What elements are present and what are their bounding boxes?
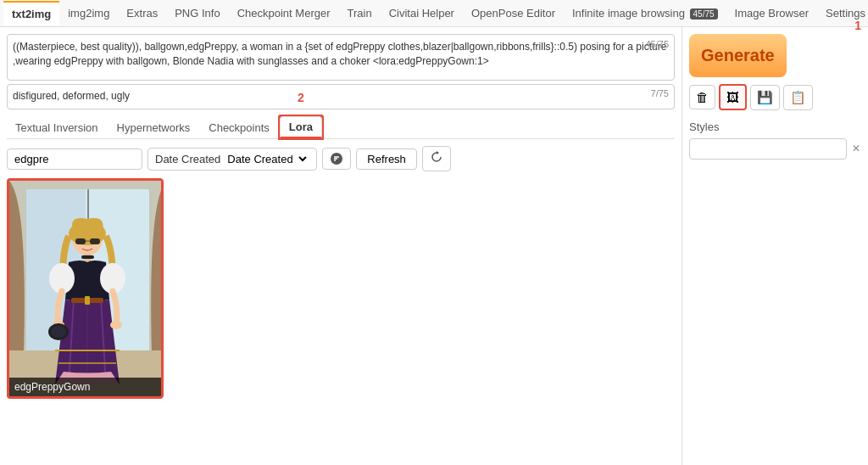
sub-tabs: Textual Inversion Hypernetworks Checkpoi…: [7, 116, 675, 139]
positive-prompt-counter: 45/75: [645, 38, 669, 51]
svg-rect-9: [90, 238, 100, 244]
iib-counter-badge: 45/75: [690, 8, 718, 20]
left-panel: ((Masterpiece, best quality)), ballgown,…: [0, 27, 682, 465]
search-row: Date Created Date Created Date Modified …: [7, 146, 675, 171]
tab-checkpoint-merger[interactable]: Checkpoint Merger: [229, 2, 339, 25]
svg-point-20: [51, 326, 66, 338]
subtab-hypernetworks[interactable]: Hypernetworks: [108, 118, 199, 137]
negative-prompt-area: disfigured, deformed, ugly 7/75: [7, 84, 675, 109]
subtab-textual-inversion[interactable]: Textual Inversion: [7, 118, 107, 137]
loop-button[interactable]: [422, 146, 451, 171]
svg-rect-12: [81, 255, 94, 259]
generate-container: 1 Generate: [689, 34, 861, 77]
floppy-button[interactable]: 💾: [750, 85, 780, 110]
image-card-edgpreppygown[interactable]: edgPreppyGown: [7, 178, 164, 399]
sort-icon: [330, 152, 343, 165]
svg-point-18: [110, 321, 122, 329]
styles-input-row: ✕ ▼ 🔄: [689, 137, 861, 160]
svg-rect-8: [75, 238, 86, 244]
right-panel: 1 Generate 🗑 🖼 💾 📋 Styles: [682, 27, 868, 465]
trash-button[interactable]: 🗑: [689, 85, 715, 109]
image-card-svg: [9, 181, 164, 399]
negative-prompt-counter: 7/75: [651, 88, 669, 98]
sort-icon-button[interactable]: [322, 148, 351, 170]
tab-openpose-editor[interactable]: OpenPose Editor: [463, 2, 564, 25]
tab-image-browser[interactable]: Image Browser: [726, 2, 817, 25]
image-card-label: edgPreppyGown: [9, 378, 161, 396]
tab-infinite-image-browsing[interactable]: Infinite image browsing 45/75: [564, 2, 726, 25]
top-nav: txt2img img2img Extras PNG Info Checkpoi…: [0, 0, 868, 27]
negative-prompt-text: disfigured, deformed, ugly: [13, 90, 130, 102]
styles-input[interactable]: [689, 138, 847, 160]
styles-clear-icon[interactable]: ✕: [850, 141, 862, 156]
date-select-dropdown[interactable]: Date Created Date Modified Name: [224, 152, 309, 166]
date-created-select[interactable]: Date Created Date Created Date Modified …: [147, 148, 317, 171]
positive-prompt-area: ((Masterpiece, best quality)), ballgown,…: [7, 34, 675, 81]
tab-civitai-helper[interactable]: Civitai Helper: [381, 2, 463, 25]
refresh-button[interactable]: Refresh: [356, 148, 417, 170]
tab-train[interactable]: Train: [339, 2, 381, 25]
tab-img2img[interactable]: img2img: [59, 2, 118, 25]
save2-button[interactable]: 📋: [783, 85, 813, 110]
tab-pnginfo[interactable]: PNG Info: [166, 2, 228, 25]
image-grid: 3: [7, 178, 675, 399]
toolbar-row: 🗑 🖼 💾 📋: [689, 84, 861, 110]
sync-icon: [430, 150, 443, 164]
svg-rect-16: [85, 296, 90, 305]
styles-section: Styles ✕ ▼ 🔄: [689, 120, 861, 160]
styles-label: Styles: [689, 120, 861, 133]
search-input[interactable]: [7, 148, 142, 170]
subtab-checkpoints[interactable]: Checkpoints: [200, 118, 278, 137]
main-container: ((Masterpiece, best quality)), ballgown,…: [0, 27, 868, 465]
image-button[interactable]: 🖼: [719, 84, 747, 110]
positive-prompt-text: ((Masterpiece, best quality)), ballgown,…: [13, 41, 666, 67]
tab-txt2img[interactable]: txt2img: [3, 1, 59, 25]
tab-extras[interactable]: Extras: [118, 2, 166, 25]
generate-button[interactable]: Generate: [689, 34, 787, 77]
tab-settings[interactable]: Settings: [817, 2, 868, 25]
subtab-lora[interactable]: Lora: [280, 116, 322, 138]
